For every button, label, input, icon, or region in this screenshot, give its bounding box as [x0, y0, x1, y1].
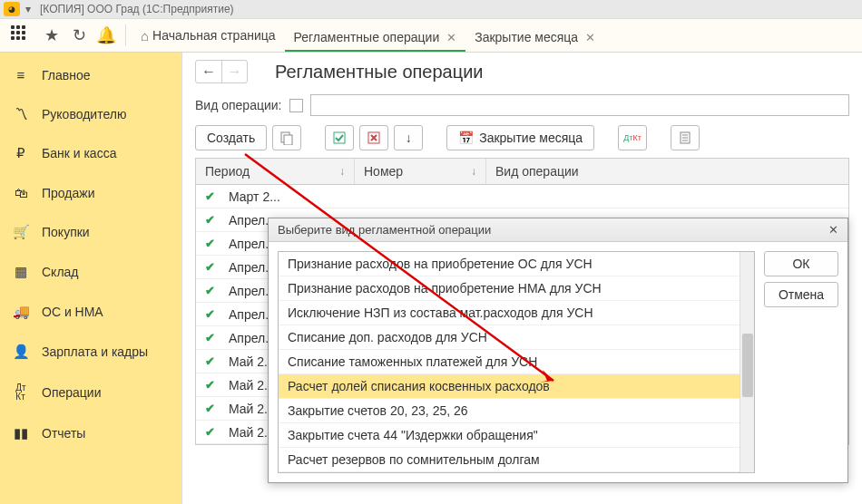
scroll-thumb[interactable] [742, 334, 753, 397]
sidebar-item-sales[interactable]: 🛍Продажи [0, 173, 181, 212]
check-icon: ✔ [196, 260, 223, 274]
col-number[interactable]: Номер↓ [355, 159, 486, 184]
close-icon[interactable]: ✕ [446, 31, 456, 44]
list-item[interactable]: Закрытие счетов 20, 23, 25, 26 [279, 399, 754, 423]
ruble-icon: ₽ [13, 145, 29, 161]
sidebar-item-purchases[interactable]: 🛒Покупки [0, 212, 181, 252]
sort-icon: ↓ [471, 165, 476, 178]
sidebar-item-label: Отчеты [42, 426, 85, 441]
ok-button[interactable]: ОК [764, 251, 838, 276]
close-icon[interactable]: ✕ [828, 223, 838, 237]
scrollbar[interactable] [740, 252, 754, 472]
grid-header: Период↓ Номер↓ Вид операции [196, 159, 848, 185]
tab-reglament-ops[interactable]: Регламентные операции ✕ [285, 23, 466, 52]
list-item[interactable]: Признание расходов на приобретение НМА д… [279, 276, 754, 301]
sidebar-item-payroll[interactable]: 👤Зарплата и кадры [0, 332, 181, 372]
dtkt-icon: ДтКт [13, 383, 29, 402]
report-button[interactable] [671, 125, 700, 150]
copy-button[interactable] [272, 125, 301, 150]
bell-icon[interactable]: 🔔 [93, 22, 120, 49]
page-title: Регламентные операции [275, 62, 484, 82]
cart-icon: 🛒 [13, 224, 29, 240]
filter-row: Вид операции: [195, 94, 849, 116]
window-titlebar: ◕ ▾ [КОПИЯ] ООО Град (1С:Предприятие) [0, 0, 862, 18]
history-icon[interactable]: ↻ [65, 22, 93, 49]
filter-label: Вид операции: [195, 98, 282, 112]
filter-input[interactable] [310, 94, 850, 116]
col-optype[interactable]: Вид операции [486, 159, 848, 184]
dtkt-button[interactable]: ДтКт [618, 125, 647, 150]
list-item[interactable]: Расчет резервов по сомнительным долгам [279, 448, 754, 472]
separator [125, 24, 126, 46]
col-period[interactable]: Период↓ [196, 159, 355, 184]
sidebar-item-label: Продажи [42, 186, 94, 200]
sidebar-item-manager[interactable]: 〽Руководителю [0, 94, 181, 133]
tab-close-month[interactable]: Закрытие месяца ✕ [465, 23, 604, 52]
nav-back-button[interactable]: ← [196, 61, 221, 82]
filter-checkbox[interactable] [289, 99, 303, 112]
star-icon[interactable]: ★ [38, 22, 65, 49]
check-icon: ✔ [196, 402, 223, 415]
sidebar-item-label: Покупки [42, 225, 90, 239]
sidebar-item-assets[interactable]: 🚚ОС и НМА [0, 292, 181, 332]
sidebar-item-label: Руководителю [42, 107, 126, 121]
person-icon: 👤 [13, 344, 29, 360]
post-button[interactable] [325, 125, 354, 150]
dropdown-icon[interactable]: ▾ [22, 2, 34, 16]
table-row[interactable]: ✔Март 2... [196, 185, 848, 208]
nav-arrows: ← → [195, 60, 248, 83]
close-month-button[interactable]: 📅Закрытие месяца [446, 125, 594, 150]
boxes-icon: ▦ [13, 264, 29, 280]
window-title: [КОПИЯ] ООО Град (1С:Предприятие) [40, 3, 234, 15]
truck-icon: 🚚 [13, 304, 29, 320]
check-icon: ✔ [196, 331, 223, 344]
check-icon: ✔ [196, 213, 223, 227]
sidebar-item-bank[interactable]: ₽Банк и касса [0, 133, 181, 173]
check-icon: ✔ [196, 378, 223, 392]
check-icon: ✔ [196, 354, 223, 368]
trend-icon: 〽 [13, 106, 29, 121]
close-icon[interactable]: ✕ [585, 31, 595, 44]
sidebar-item-label: Зарплата и кадры [42, 344, 148, 359]
sidebar-item-warehouse[interactable]: ▦Склад [0, 252, 181, 292]
sidebar-item-label: Главное [42, 68, 91, 82]
cancel-button[interactable]: Отмена [764, 282, 838, 307]
sidebar-item-label: Операции [42, 385, 102, 400]
close-month-label: Закрытие месяца [479, 131, 583, 145]
svg-rect-2 [334, 132, 345, 143]
app-menu-icon[interactable]: ◕ [4, 2, 20, 16]
sidebar: ≡Главное 〽Руководителю ₽Банк и касса 🛍Пр… [0, 53, 181, 504]
nav-forward-button[interactable]: → [221, 61, 247, 82]
sidebar-item-main[interactable]: ≡Главное [0, 58, 181, 94]
list-item[interactable]: Исключение НЗП из состава мат.расходов д… [279, 301, 754, 325]
sidebar-item-reports[interactable]: ▮▮Отчеты [0, 413, 181, 453]
operation-listbox[interactable]: Признание расходов на приобретение ОС дл… [278, 251, 755, 473]
tab-bar: Регламентные операции ✕ Закрытие месяца … [285, 19, 605, 52]
create-button[interactable]: Создать [195, 125, 267, 150]
list-item[interactable]: Признание расходов на приобретение ОС дл… [279, 252, 754, 276]
tab-label: Регламентные операции [294, 30, 440, 44]
check-icon: ✔ [196, 189, 223, 203]
apps-icon[interactable] [11, 25, 31, 45]
menu-icon: ≡ [13, 67, 29, 82]
list-item[interactable]: Закрытие счета 44 "Издержки обращения" [279, 423, 754, 448]
move-down-button[interactable]: ↓ [394, 125, 423, 150]
sidebar-item-operations[interactable]: ДтКтОперации [0, 372, 181, 413]
home-tab[interactable]: Начальная страница [152, 28, 275, 43]
unpost-button[interactable] [359, 125, 388, 150]
check-icon: ✔ [196, 237, 223, 250]
select-operation-dialog: Выберите вид регламентной операции ✕ При… [268, 218, 848, 483]
list-item[interactable]: Расчет долей списания косвенных расходов [279, 374, 754, 399]
col-label: Вид операции [495, 164, 579, 179]
home-icon[interactable]: ⌂ [141, 28, 149, 44]
list-item[interactable]: Списание доп. расходов для УСН [279, 325, 754, 350]
sidebar-item-label: ОС и НМА [42, 305, 103, 319]
sort-icon: ↓ [339, 165, 345, 178]
col-label: Период [205, 164, 250, 179]
col-label: Номер [364, 164, 403, 179]
cell-period: Март 2... [223, 189, 286, 204]
list-item[interactable]: Списание таможенных платежей для УСН [279, 350, 754, 374]
check-icon: ✔ [196, 284, 223, 297]
sidebar-item-label: Банк и касса [42, 146, 116, 160]
dialog-titlebar: Выберите вид регламентной операции ✕ [269, 218, 847, 242]
